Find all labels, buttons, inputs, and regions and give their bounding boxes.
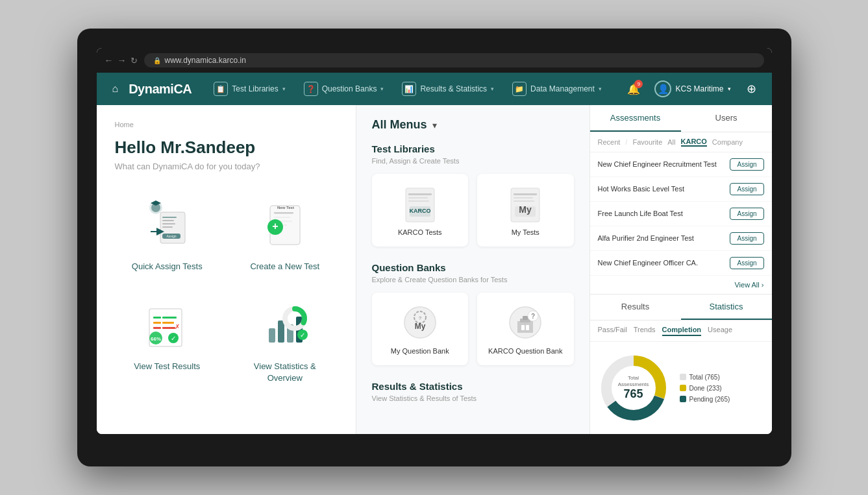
all-menus-chevron[interactable]: ▾ [432, 120, 437, 130]
svg-rect-12 [274, 212, 293, 214]
nav-data-management[interactable]: 📁 Data Management ▾ [506, 73, 608, 105]
assign-item-3: Alfa Purifier 2nd Engineer Test Assign [590, 226, 772, 251]
results-statistics-icon: 📊 [402, 82, 416, 96]
svg-rect-25 [162, 327, 175, 329]
nav-data-management-chevron: ▾ [599, 86, 602, 92]
laptop-screen: ← → ↻ 🔒 www.dynamica.karco.in ⌂ DynamiCA… [97, 48, 772, 434]
legend-pending-dot [680, 396, 686, 402]
assign-item-1: Hot Works Basic Level Test Assign [590, 177, 772, 202]
tab-results[interactable]: Results [590, 295, 681, 320]
view-all-link[interactable]: View All › [590, 276, 772, 295]
question-banks-subtitle: Explore & Create Question Banks for Test… [372, 276, 574, 284]
test-libraries-cards: KARCO KARCO Tests [372, 174, 574, 247]
sub-tabs: Pass/Fail Trends Completion Useage [590, 320, 772, 342]
refresh-button[interactable]: ↻ [130, 56, 138, 66]
address-bar[interactable]: 🔒 www.dynamica.karco.in [144, 53, 764, 67]
create-test-label: Create a New Test [250, 261, 319, 272]
svg-rect-48 [514, 200, 534, 202]
user-name: KCS Maritime [675, 84, 723, 93]
assign-item-0: New Chief Engineer Recruitment Test Assi… [590, 152, 772, 177]
svg-text:66%: 66% [151, 336, 161, 342]
laptop-frame: ← → ↻ 🔒 www.dynamica.karco.in ⌂ DynamiCA… [77, 29, 791, 466]
svg-rect-40 [408, 193, 432, 195]
filter-favourite[interactable]: Favourite [632, 138, 662, 146]
right-panel: Assessments Users Recent / Favourite All… [590, 105, 772, 434]
donut-center: TotalAssessments 765 [618, 375, 649, 401]
subtab-trends[interactable]: Trends [634, 326, 656, 336]
legend-done: Done (233) [680, 385, 730, 392]
home-button[interactable]: ⌂ [107, 83, 124, 95]
tab-users[interactable]: Users [681, 105, 772, 132]
assign-btn-1[interactable]: Assign [730, 183, 763, 195]
svg-text:✓: ✓ [171, 335, 176, 342]
my-tests-label: My Tests [512, 228, 539, 236]
user-menu[interactable]: 👤 KCS Maritime ▾ [649, 80, 736, 97]
greeting-title: Hello Mr.Sandeep [115, 138, 338, 158]
nav-question-banks-label: Question Banks [322, 84, 377, 93]
svg-rect-13 [274, 217, 290, 218]
filter-company[interactable]: Company [712, 138, 743, 146]
filter-all[interactable]: All [667, 138, 675, 146]
svg-rect-41 [408, 197, 428, 199]
quick-assign-card[interactable]: Assign Quick Assign Tests [115, 191, 220, 278]
svg-text:+: + [272, 221, 278, 232]
question-banks-cards: ? My My Question Bank [372, 293, 574, 365]
svg-rect-5 [162, 217, 177, 218]
logout-button[interactable]: ⊕ [741, 82, 762, 96]
karco-tests-card[interactable]: KARCO KARCO Tests [372, 174, 469, 247]
create-test-card[interactable]: New Test + Create a New Test [232, 191, 338, 278]
assign-btn-0[interactable]: Assign [730, 158, 763, 171]
my-qbank-icon: ? My [401, 303, 440, 342]
nav-question-banks[interactable]: ❓ Question Banks ▾ [297, 73, 391, 105]
karco-qbank-label: KARCO Question Bank [488, 347, 562, 355]
svg-text:New Test: New Test [277, 206, 294, 210]
svg-rect-47 [514, 197, 533, 199]
question-banks-section: Question Banks Explore & Create Question… [372, 262, 574, 365]
assign-btn-4[interactable]: Assign [730, 257, 763, 269]
assign-list: New Chief Engineer Recruitment Test Assi… [590, 152, 772, 276]
results-statistics-section: Results & Statistics View Statistics & R… [372, 381, 574, 402]
svg-rect-32 [278, 320, 284, 343]
view-results-icon: ✗ 66% ✓ [138, 296, 196, 354]
svg-rect-20 [153, 317, 161, 319]
nav-test-libraries-label: Test Libraries [232, 84, 278, 93]
my-qbank-card[interactable]: ? My My Question Bank [372, 293, 469, 365]
svg-rect-21 [162, 317, 177, 319]
assign-btn-3[interactable]: Assign [730, 232, 763, 245]
app-navbar: ⌂ DynamiCA 📋 Test Libraries ▾ ❓ Question… [97, 73, 772, 105]
assign-btn-2[interactable]: Assign [730, 208, 763, 220]
view-stats-card[interactable]: ✓ View Statistics & Overview [232, 291, 338, 389]
all-menus-header: All Menus ▾ [372, 118, 574, 132]
subtab-passfail[interactable]: Pass/Fail [598, 326, 627, 336]
svg-rect-31 [269, 328, 275, 343]
filter-recent[interactable]: Recent [598, 138, 621, 146]
tab-statistics[interactable]: Statistics [681, 295, 772, 320]
svg-text:✓: ✓ [300, 332, 305, 339]
svg-rect-6 [162, 220, 174, 221]
svg-rect-23 [162, 322, 174, 324]
my-tests-card[interactable]: My My Tests [477, 174, 574, 247]
nav-test-libraries-chevron: ▾ [282, 86, 286, 92]
my-tests-icon: My [506, 184, 545, 223]
nav-results-statistics-chevron: ▾ [491, 86, 494, 92]
assign-item-name-0: New Chief Engineer Recruitment Test [598, 160, 725, 169]
view-results-card[interactable]: ✗ 66% ✓ View Test Results [115, 291, 220, 389]
subtab-useage[interactable]: Useage [708, 326, 732, 336]
karco-tests-icon: KARCO [401, 184, 440, 223]
forward-button[interactable]: → [118, 55, 127, 66]
chart-legend: Total (765) Done (233) Pending (265) [680, 374, 730, 403]
svg-text:?: ? [419, 315, 422, 321]
filter-karco[interactable]: KARCO [681, 138, 707, 147]
nav-test-libraries[interactable]: 📋 Test Libraries ▾ [207, 73, 291, 105]
notifications-bell[interactable]: 🔔 9 [623, 78, 644, 99]
back-button[interactable]: ← [105, 55, 114, 66]
legend-done-dot [680, 385, 686, 391]
subtab-completion[interactable]: Completion [662, 326, 702, 336]
nav-results-statistics[interactable]: 📊 Results & Statistics ▾ [395, 73, 501, 105]
user-chevron: ▾ [728, 86, 731, 92]
legend-done-label: Done (233) [689, 385, 722, 392]
tab-assessments[interactable]: Assessments [590, 105, 681, 132]
my-qbank-label: My Question Bank [391, 347, 449, 355]
view-stats-icon: ✓ [256, 296, 314, 354]
karco-qbank-card[interactable]: ? KARCO Question Bank [477, 293, 574, 365]
